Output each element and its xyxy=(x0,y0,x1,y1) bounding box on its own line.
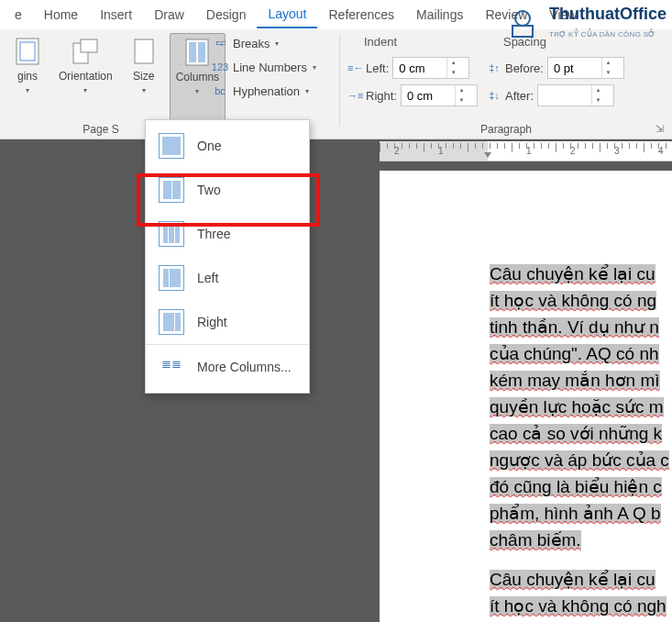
tab-home[interactable]: Home xyxy=(33,2,89,28)
columns-two-item[interactable]: Two xyxy=(146,168,309,212)
horizontal-ruler[interactable]: 2 1 1 2 3 4 xyxy=(380,141,672,161)
columns-one-item[interactable]: One xyxy=(146,124,309,168)
size-icon xyxy=(129,37,159,66)
document-page[interactable]: Câu chuyện kể lại cu ít học và không có … xyxy=(380,171,672,622)
margins-button[interactable]: gins ▾ xyxy=(7,33,48,123)
hyphenation-icon: bc xyxy=(213,83,227,98)
spin-down[interactable]: ▼ xyxy=(455,95,468,106)
spin-up[interactable]: ▲ xyxy=(591,85,604,95)
spacing-before-spinbox[interactable]: ▲▼ xyxy=(547,57,624,79)
svg-rect-6 xyxy=(189,42,196,62)
spacing-before-label: Before: xyxy=(505,61,544,75)
columns-right-item[interactable]: Right xyxy=(146,300,309,344)
columns-left-item[interactable]: Left xyxy=(146,256,309,300)
watermark-title: ThuthuatOffice xyxy=(549,5,666,23)
spacing-after-icon: ‡↓ xyxy=(487,90,501,101)
tab-draw[interactable]: Draw xyxy=(143,2,195,28)
size-button[interactable]: Size ▾ xyxy=(124,33,164,123)
line-numbers-button[interactable]: 123Line Numbers▾ xyxy=(209,57,332,77)
columns-right-icon xyxy=(159,309,184,335)
indent-left-icon: ≡← xyxy=(347,62,362,73)
spacing-after-input[interactable] xyxy=(538,85,591,106)
indent-left-label: Left: xyxy=(366,61,389,75)
size-label: Size xyxy=(133,70,154,83)
paragraph-group-label: Paragraph xyxy=(347,123,665,139)
spacing-before-input[interactable] xyxy=(548,58,601,78)
breaks-label: Breaks xyxy=(233,37,270,50)
document-area: 2 1 1 2 3 4 Câu chuyện kể lại cu ít học … xyxy=(380,141,672,622)
columns-two-label: Two xyxy=(197,183,221,197)
watermark-logo: ThuthuatOffice TRỢ KỶ CỦA DÂN CÔNG SỞ xyxy=(500,4,666,40)
doc-paragraph-1[interactable]: Câu chuyện kể lại cu ít học và không có … xyxy=(490,261,672,553)
indent-header: Indent xyxy=(347,35,478,53)
spin-up[interactable]: ▲ xyxy=(446,58,459,68)
columns-more-label: More Columns... xyxy=(197,360,292,374)
spin-down[interactable]: ▼ xyxy=(591,95,604,106)
chevron-down-icon: ▾ xyxy=(83,86,87,94)
indent-right-input[interactable] xyxy=(402,85,455,106)
orientation-button[interactable]: Orientation ▾ xyxy=(53,33,118,123)
columns-left-label: Left xyxy=(197,271,218,285)
spin-down[interactable]: ▼ xyxy=(446,68,459,78)
svg-rect-9 xyxy=(512,26,533,37)
columns-dropdown: One Two Three Left Right ≣≣ More Columns… xyxy=(145,119,310,394)
spin-up[interactable]: ▲ xyxy=(455,85,468,95)
chevron-down-icon: ▾ xyxy=(305,87,309,95)
paragraph-dialog-launcher[interactable]: ⇲ xyxy=(655,123,668,136)
indent-left-spinbox[interactable]: ▲▼ xyxy=(392,57,469,79)
orientation-label: Orientation xyxy=(59,70,113,83)
spacing-before-icon: ‡↑ xyxy=(487,62,501,73)
indent-right-icon: →≡ xyxy=(347,90,362,101)
tab-insert[interactable]: Insert xyxy=(89,2,143,28)
doc-paragraph-2[interactable]: Câu chuyện kể lại cu ít học và không có … xyxy=(490,566,672,622)
watermark-subtitle: TRỢ KỶ CỦA DÂN CÔNG SỞ xyxy=(549,30,655,39)
spin-down[interactable]: ▼ xyxy=(601,68,614,78)
tab-file[interactable]: e xyxy=(4,2,33,28)
margins-label: gins xyxy=(17,70,38,83)
spacing-after-label: After: xyxy=(505,89,534,103)
columns-right-label: Right xyxy=(197,315,227,329)
hyphenation-button[interactable]: bcHyphenation▾ xyxy=(209,81,332,101)
svg-rect-4 xyxy=(135,39,153,63)
ribbon-body: gins ▾ Orientation ▾ Size ▾ Columns ▾ Pa… xyxy=(0,29,672,139)
columns-three-item[interactable]: Three xyxy=(146,212,309,256)
margins-icon xyxy=(13,37,42,66)
tab-references[interactable]: References xyxy=(317,2,405,28)
chevron-down-icon: ▾ xyxy=(195,87,199,95)
more-columns-icon: ≣≣ xyxy=(159,354,184,380)
tab-layout[interactable]: Layout xyxy=(257,1,317,28)
chevron-down-icon: ▾ xyxy=(275,39,279,48)
orientation-icon xyxy=(71,37,100,66)
line-numbers-label: Line Numbers xyxy=(233,61,307,74)
svg-rect-3 xyxy=(81,39,97,52)
columns-more-item[interactable]: ≣≣ More Columns... xyxy=(146,344,309,389)
columns-three-label: Three xyxy=(197,227,231,241)
hyphenation-label: Hyphenation xyxy=(233,84,300,98)
spacing-after-spinbox[interactable]: ▲▼ xyxy=(537,84,614,106)
chevron-down-icon: ▾ xyxy=(26,86,29,94)
chevron-down-icon: ▾ xyxy=(313,63,316,72)
chevron-down-icon: ▾ xyxy=(142,86,146,94)
indent-left-input[interactable] xyxy=(393,58,446,78)
indent-right-label: Right: xyxy=(366,89,397,103)
tab-mailings[interactable]: Mailings xyxy=(405,2,474,28)
tab-design[interactable]: Design xyxy=(195,2,258,28)
breaks-button[interactable]: ⮓Breaks▾ xyxy=(209,33,332,53)
columns-left-icon xyxy=(159,265,184,291)
svg-point-8 xyxy=(515,11,530,26)
logo-icon xyxy=(500,4,545,40)
indent-right-spinbox[interactable]: ▲▼ xyxy=(401,84,478,106)
columns-two-icon xyxy=(159,177,184,203)
line-numbers-icon: 123 xyxy=(213,60,227,74)
spin-up[interactable]: ▲ xyxy=(601,58,614,68)
columns-one-label: One xyxy=(197,139,221,153)
breaks-icon: ⮓ xyxy=(213,36,227,50)
columns-three-icon xyxy=(159,221,184,247)
columns-one-icon xyxy=(159,133,184,159)
